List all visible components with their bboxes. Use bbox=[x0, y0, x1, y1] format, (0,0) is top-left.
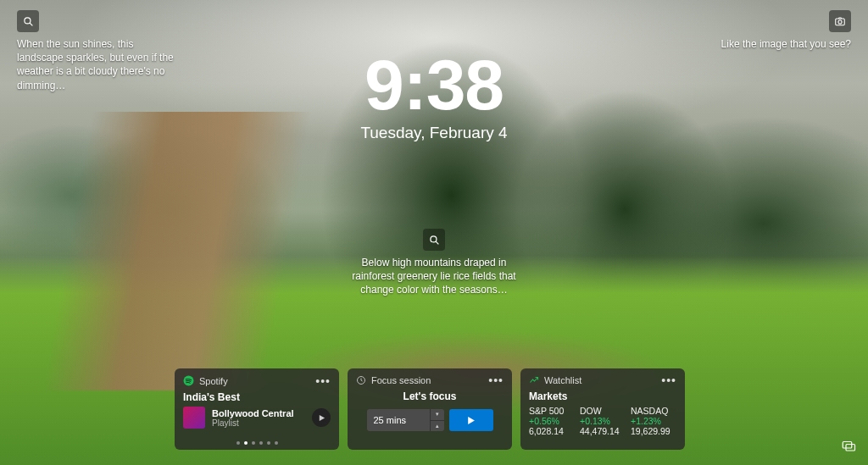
svg-rect-10 bbox=[843, 442, 852, 449]
widget-spotify[interactable]: Spotify ••• India's Best Bollywood Centr… bbox=[175, 368, 339, 450]
svg-point-4 bbox=[430, 235, 436, 241]
chevron-up-icon[interactable]: ▴ bbox=[431, 421, 444, 432]
widgets-row: Spotify ••• India's Best Bollywood Centr… bbox=[175, 368, 685, 450]
spotlight-top-left[interactable]: When the sun shines, this landscape spar… bbox=[17, 10, 182, 92]
spotlight-text: Like the image that you see? bbox=[721, 37, 851, 51]
market-name: NASDAQ bbox=[631, 406, 676, 416]
market-change: +1.23% bbox=[631, 416, 676, 426]
svg-marker-7 bbox=[319, 414, 324, 420]
spotify-icon bbox=[183, 375, 194, 386]
more-icon[interactable]: ••• bbox=[488, 377, 504, 384]
camera-icon bbox=[829, 10, 851, 32]
widget-title: Spotify bbox=[199, 376, 310, 386]
widget-title: Focus session bbox=[371, 375, 483, 385]
svg-line-1 bbox=[30, 23, 32, 25]
chart-icon bbox=[529, 375, 539, 385]
spotlight-text: Below high mountains draped in rainfores… bbox=[345, 256, 523, 297]
more-icon[interactable]: ••• bbox=[315, 378, 331, 385]
market-change: +0.13% bbox=[580, 416, 626, 426]
svg-marker-9 bbox=[468, 417, 475, 424]
album-art bbox=[183, 407, 205, 429]
widget-watchlist[interactable]: Watchlist ••• Markets S&P 500 +0.56% 6,0… bbox=[520, 368, 685, 450]
spotlight-middle[interactable]: Below high mountains draped in rainfores… bbox=[345, 229, 523, 297]
market-item[interactable]: NASDAQ +1.23% 19,629.99 bbox=[631, 406, 676, 436]
watchlist-section: Markets bbox=[529, 390, 676, 402]
svg-line-5 bbox=[436, 241, 438, 244]
svg-rect-2 bbox=[836, 19, 845, 25]
duration-value: 25 mins bbox=[367, 415, 430, 425]
market-value: 19,629.99 bbox=[631, 426, 676, 436]
chevron-down-icon[interactable]: ▾ bbox=[431, 409, 444, 421]
play-button[interactable] bbox=[312, 408, 331, 427]
carousel-dots[interactable] bbox=[175, 441, 339, 445]
market-name: DOW bbox=[580, 406, 626, 416]
svg-point-3 bbox=[838, 20, 842, 24]
search-icon bbox=[423, 229, 445, 251]
track-type: Playlist bbox=[212, 418, 305, 428]
svg-point-0 bbox=[24, 17, 30, 23]
market-item[interactable]: DOW +0.13% 44,479.14 bbox=[580, 406, 626, 436]
market-value: 44,479.14 bbox=[580, 426, 626, 436]
clock-date: Tuesday, February 4 bbox=[0, 124, 868, 142]
spotlight-top-right[interactable]: Like the image that you see? bbox=[721, 10, 851, 51]
clock-icon bbox=[356, 375, 366, 385]
widget-focus[interactable]: Focus session ••• Let's focus 25 mins ▾ … bbox=[348, 368, 512, 450]
market-name: S&P 500 bbox=[529, 406, 575, 416]
focus-heading: Let's focus bbox=[356, 390, 504, 402]
market-change: +0.56% bbox=[529, 416, 575, 426]
market-item[interactable]: S&P 500 +0.56% 6,028.14 bbox=[529, 406, 575, 436]
spotify-section: India's Best bbox=[183, 391, 331, 403]
start-focus-button[interactable] bbox=[449, 409, 493, 431]
svg-rect-11 bbox=[846, 445, 855, 451]
widget-title: Watchlist bbox=[544, 375, 656, 385]
spotlight-text: When the sun shines, this landscape spar… bbox=[17, 37, 182, 92]
duration-select[interactable]: 25 mins ▾ ▴ bbox=[367, 409, 444, 431]
market-value: 6,028.14 bbox=[529, 426, 575, 436]
track-title: Bollywood Central bbox=[212, 408, 305, 418]
accessibility-button[interactable] bbox=[837, 435, 860, 457]
more-icon[interactable]: ••• bbox=[661, 377, 676, 384]
search-icon bbox=[17, 10, 39, 32]
